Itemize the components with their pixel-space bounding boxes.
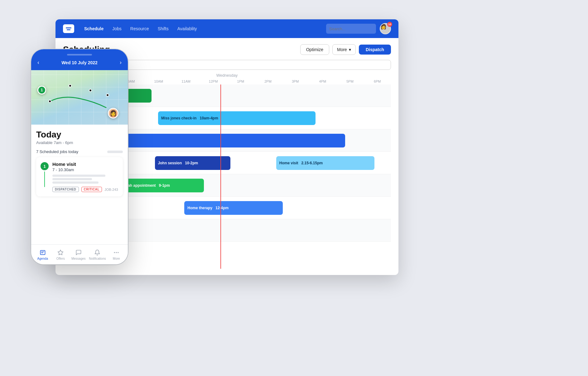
jobs-count-label: 7 Scheduled jobs today (36, 149, 78, 154)
notification-badge: 10 (387, 22, 392, 27)
prev-date-button[interactable]: ‹ (37, 59, 39, 66)
map-route-svg (31, 70, 128, 125)
critical-badge: CRITICAL (81, 187, 102, 192)
map-pin-4 (48, 100, 51, 103)
logo-line-2 (67, 29, 70, 30)
job-badges: DISPATCHED CRITICAL JOB-243 (52, 187, 118, 192)
desc-line-1 (52, 175, 105, 177)
bottom-nav-notifications[interactable]: Notifications (89, 249, 106, 260)
nav-availability[interactable]: Availablity (177, 26, 197, 31)
time-3pm: 3PM (282, 80, 309, 83)
phone-map: 1 👩 (31, 70, 128, 125)
more-label: More (113, 257, 120, 260)
nav-resource[interactable]: Resource (130, 26, 149, 31)
svg-marker-3 (58, 250, 63, 255)
nav-jobs[interactable]: Jobs (112, 26, 122, 31)
svg-point-4 (114, 252, 115, 253)
job-card[interactable]: 1 Home visit 7 - 10.30am DISPATCHED CRIT… (36, 157, 123, 196)
today-label: Today (36, 130, 123, 140)
map-pin-3 (106, 94, 109, 97)
event-sarah-appointment[interactable]: Sarah appointment 9-1pm (119, 179, 204, 192)
current-time-indicator (220, 84, 221, 269)
time-6pm: 6PM (364, 80, 391, 83)
job-time: 7 - 10.30am (52, 167, 118, 172)
svg-point-5 (116, 252, 117, 253)
job-number-column: 1 (41, 161, 49, 187)
event-miss-jones[interactable]: Miss jones check-in 10am-4pm (158, 111, 316, 125)
next-date-button[interactable]: › (120, 59, 122, 66)
offers-icon (57, 249, 64, 256)
jobs-pagination (107, 151, 123, 153)
job-id: JOB-243 (104, 188, 118, 191)
header-actions: Optimize More ▾ Dispatch (300, 44, 391, 55)
offers-label: Offers (56, 257, 65, 260)
search-input[interactable] (326, 24, 376, 34)
desc-line-2 (52, 178, 92, 180)
nav-schedule[interactable]: Schedule (84, 26, 104, 31)
mobile-phone: ‹ Wed 10 July 2022 › 1 👩 Today Available… (31, 49, 128, 264)
time-5pm: 5PM (336, 80, 364, 83)
notch-indicator (67, 54, 92, 55)
notifications-label: Notifications (89, 257, 106, 260)
dispatched-badge: DISPATCHED (52, 187, 79, 192)
notifications-icon (94, 249, 101, 256)
map-pin-1 (69, 84, 72, 87)
time-2pm: 2PM (254, 80, 282, 83)
time-4pm: 4PM (309, 80, 336, 83)
svg-point-6 (118, 252, 118, 253)
bottom-nav: Agenda Offers Messages (31, 244, 128, 264)
logo-icon (63, 24, 74, 33)
bottom-nav-offers[interactable]: Offers (53, 249, 68, 260)
bottom-nav-more[interactable]: More (109, 249, 124, 260)
current-date: Wed 10 July 2022 (61, 60, 98, 65)
phone-header: ‹ Wed 10 July 2022 › (31, 57, 128, 70)
nav-right: 👩 10 (326, 23, 391, 34)
event-john-session[interactable]: John session 10-2pm (155, 156, 230, 170)
bottom-nav-messages[interactable]: Messages (71, 249, 86, 260)
phone-body: Today Available 7am - 6pm 7 Scheduled jo… (31, 125, 128, 244)
time-1pm: 1PM (227, 80, 254, 83)
logo-line-1 (66, 27, 71, 28)
job-description-lines (52, 175, 118, 184)
event-home-therapy-2[interactable]: Home therapy 12-4pm (184, 201, 283, 215)
job-number: 1 (41, 162, 49, 170)
job-title: Home visit (52, 161, 118, 167)
time-11am: 11AM (172, 80, 200, 83)
time-10am: 10AM (145, 80, 172, 83)
more-icon (113, 249, 120, 256)
desc-line-3 (52, 181, 99, 184)
job-info: Home visit 7 - 10.30am DISPATCHED CRITIC… (52, 161, 118, 192)
avatar-container: 👩 10 (380, 23, 391, 34)
optimize-button[interactable]: Optimize (300, 44, 329, 55)
agenda-icon (39, 249, 46, 256)
dispatch-button[interactable]: Dispatch (359, 45, 391, 55)
event-home-visit-2[interactable]: Home visit 2.15-6.15pm (276, 156, 375, 170)
agenda-label: Agenda (37, 257, 48, 260)
app-logo (63, 24, 74, 33)
chevron-down-icon: ▾ (349, 47, 351, 52)
bottom-nav-agenda[interactable]: Agenda (35, 249, 50, 260)
job-line (44, 171, 45, 187)
map-pin-2 (89, 89, 92, 92)
jobs-header: 7 Scheduled jobs today (36, 149, 123, 154)
phone-notch (31, 49, 128, 57)
more-button[interactable]: More ▾ (332, 44, 356, 55)
messages-label: Messages (71, 257, 86, 260)
nav-shifts[interactable]: Shifts (158, 26, 169, 31)
messages-icon (75, 249, 82, 256)
time-12pm: 12PM (200, 80, 227, 83)
availability-text: Available 7am - 6pm (36, 140, 123, 145)
nav-links: Schedule Jobs Resource Shifts Availablit… (84, 26, 316, 31)
desktop-nav: Schedule Jobs Resource Shifts Availablit… (55, 19, 398, 38)
